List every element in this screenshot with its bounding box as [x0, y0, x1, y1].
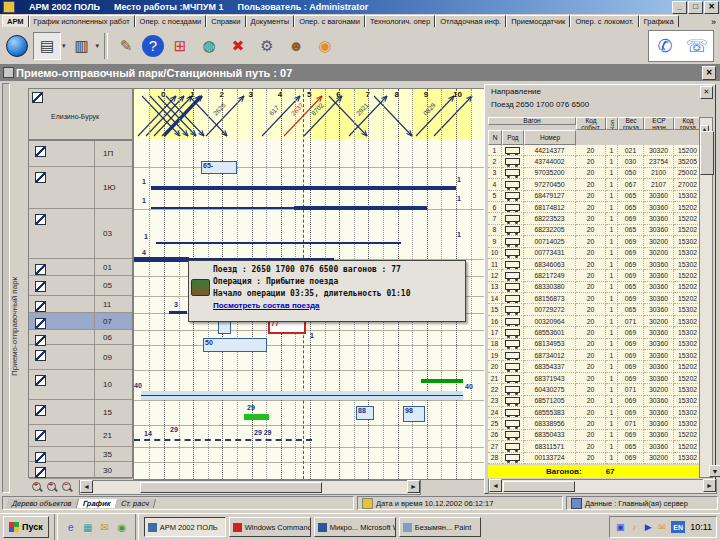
delete-icon[interactable]: ✖	[225, 33, 251, 59]
menu-tab-7[interactable]: Отладочная инф.	[435, 15, 506, 27]
graph-view-icon[interactable]: ▤	[33, 32, 61, 60]
wagon-row[interactable]: 15007292722010653036015302	[488, 304, 702, 315]
track-row-09[interactable]: 09	[29, 345, 132, 370]
track-icon[interactable]	[35, 301, 46, 312]
track-row-11[interactable]: 11	[29, 296, 132, 313]
task-button-3[interactable]: Безымян... Paint	[399, 517, 481, 537]
scheduler-icon[interactable]: ▶	[642, 521, 654, 533]
wagon-row[interactable]: 17685536012010693036015302	[488, 327, 702, 338]
scroll-left-icon[interactable]: ◄	[489, 479, 502, 492]
operation-box[interactable]	[218, 321, 231, 334]
menu-tab-5[interactable]: Опер. с вагонами	[294, 15, 365, 27]
wagon-row[interactable]: 19687340122010693036015302	[488, 350, 702, 361]
track-icon[interactable]	[35, 350, 46, 361]
menu-tab-4[interactable]: Документы	[246, 15, 295, 27]
track-row-05[interactable]: 05	[29, 276, 132, 296]
wagon-row[interactable]: 5684791272010653036015302	[488, 191, 702, 202]
wagon-vscroll-thumb[interactable]	[700, 131, 714, 175]
track-row-03[interactable]: 03	[29, 209, 132, 259]
track-icon[interactable]	[35, 172, 46, 183]
maximize-button[interactable]: □	[688, 1, 703, 14]
menu-tab-3[interactable]: Справки	[206, 15, 245, 27]
operation-box[interactable]: 50	[203, 338, 267, 352]
wagon-table-horizontal-scrollbar[interactable]: ◄ ►	[488, 479, 717, 494]
track-row-07[interactable]: 07	[29, 313, 132, 330]
wagon-row[interactable]: 13683303802010653036015202	[488, 282, 702, 293]
track-row-1Ю[interactable]: 1Ю	[29, 167, 132, 209]
graph-horizontal-scrollbar[interactable]: ◄ ►	[79, 480, 421, 495]
scroll-left-icon[interactable]: ◄	[80, 480, 93, 493]
wagon-hscroll-thumb[interactable]	[503, 481, 575, 492]
track-row-01[interactable]: 01	[29, 259, 132, 276]
wagon-row[interactable]: 6681748122010653036015202	[488, 202, 702, 213]
display-settings-icon[interactable]: ▣	[614, 521, 626, 533]
operation-box[interactable]: 98	[403, 406, 425, 422]
wagon-table-vertical-scrollbar[interactable]: ▲ ▼	[699, 117, 713, 478]
close-button[interactable]: ✕	[704, 1, 719, 14]
menu-tab-6[interactable]: Технологич. опер	[365, 15, 435, 27]
track-icon[interactable]	[35, 281, 46, 292]
gears-icon[interactable]: ⚙	[254, 33, 280, 59]
start-button[interactable]: Пуск	[3, 516, 49, 538]
wagon-row[interactable]: 28001337242010693020015302	[488, 453, 702, 464]
track-icon[interactable]	[35, 318, 46, 329]
phone-call-icon[interactable]: ✆	[651, 33, 679, 59]
keyboard-layout-indicator[interactable]: EN	[671, 521, 685, 533]
operator-connect-icon[interactable]: ☏	[683, 33, 711, 59]
wagon-row[interactable]: 497270450201067210727002	[488, 179, 702, 190]
menu-tab-9[interactable]: Опер. с локомот.	[570, 15, 638, 27]
menu-tab-2[interactable]: Опер. с поездами	[135, 15, 207, 27]
operation-box[interactable]: 65-	[201, 161, 237, 174]
edit-note-icon[interactable]: ✎	[113, 33, 139, 59]
show-desktop-icon[interactable]: ▦	[80, 519, 96, 535]
volume-icon[interactable]: ♪	[628, 521, 640, 533]
menu-tab-8[interactable]: Приемосдатчик	[506, 15, 570, 27]
wagon-row[interactable]: 11683460632010693036015302	[488, 259, 702, 270]
zoom-window-icon[interactable]: +	[31, 481, 43, 493]
sheet-tab-2[interactable]: Ст. расч	[115, 499, 156, 508]
menu-tab-10[interactable]: Графика	[639, 15, 679, 27]
wagon-row[interactable]: 9007140252010693020015302	[488, 236, 702, 247]
users-icon[interactable]: ☻	[283, 33, 309, 59]
station-header[interactable]: Елизино-Бурук	[28, 88, 133, 140]
wagon-row[interactable]: 26683504332010693036015202	[488, 430, 702, 441]
panel-close-icon[interactable]: ✕	[700, 86, 713, 99]
wagon-row[interactable]: 22604302752010713020015302	[488, 384, 702, 395]
graph-hscroll-thumb[interactable]	[140, 482, 322, 493]
menu-overflow-chevron[interactable]: »	[711, 17, 720, 27]
scroll-right-icon[interactable]: ►	[703, 479, 716, 492]
globe-settings-icon[interactable]: ◍	[196, 33, 222, 59]
wagon-row[interactable]: 14681568732010693036015202	[488, 293, 702, 304]
wagon-row[interactable]: 21683719432010693036015202	[488, 373, 702, 384]
track-row-15[interactable]: 15	[29, 400, 132, 425]
channels-icon[interactable]: ◉	[114, 519, 130, 535]
mail-notify-icon[interactable]: ✉	[656, 521, 668, 533]
network-globe-icon[interactable]	[4, 33, 30, 59]
track-icon[interactable]	[35, 264, 46, 275]
track-row-10[interactable]: 10	[29, 370, 132, 400]
scroll-right-icon[interactable]: ►	[407, 480, 420, 493]
track-icon[interactable]	[35, 467, 46, 478]
power-icon[interactable]: ◉	[312, 33, 338, 59]
zoom-out-icon[interactable]: −	[61, 481, 73, 493]
wagon-row[interactable]: 27683115712010653036015202	[488, 441, 702, 452]
scroll-down-icon[interactable]: ▼	[709, 465, 720, 477]
task-button-2[interactable]: Микро... Microsoft Word	[314, 517, 396, 537]
view-close-icon[interactable]: ✕	[702, 66, 716, 80]
wagon-row[interactable]: 23685712052010693036015302	[488, 396, 702, 407]
wagon-row[interactable]: 8682322052010653036015202	[488, 225, 702, 236]
wagon-row[interactable]: 2437440022010302375435205	[488, 156, 702, 167]
windows-icon[interactable]: ⊞	[167, 33, 193, 59]
track-icon[interactable]	[35, 146, 46, 157]
wagon-row[interactable]: 397035200201050210025002	[488, 168, 702, 179]
track-row-06[interactable]: 06	[29, 330, 132, 345]
ie-icon[interactable]: e	[63, 519, 79, 535]
wagon-row[interactable]: 7682235232010693036015202	[488, 213, 702, 224]
sheet-tab-0[interactable]: Дерево объектов	[6, 499, 79, 508]
print-report-icon-dropdown[interactable]: ▾	[96, 42, 100, 50]
track-row-35[interactable]: 35	[29, 447, 132, 462]
sheet-tab-1[interactable]: График	[77, 499, 118, 508]
help-icon[interactable]: ?	[142, 35, 164, 57]
task-button-0[interactable]: АРМ 2002 ПОЛЬ	[144, 517, 226, 537]
operation-box[interactable]: 88	[356, 406, 374, 420]
